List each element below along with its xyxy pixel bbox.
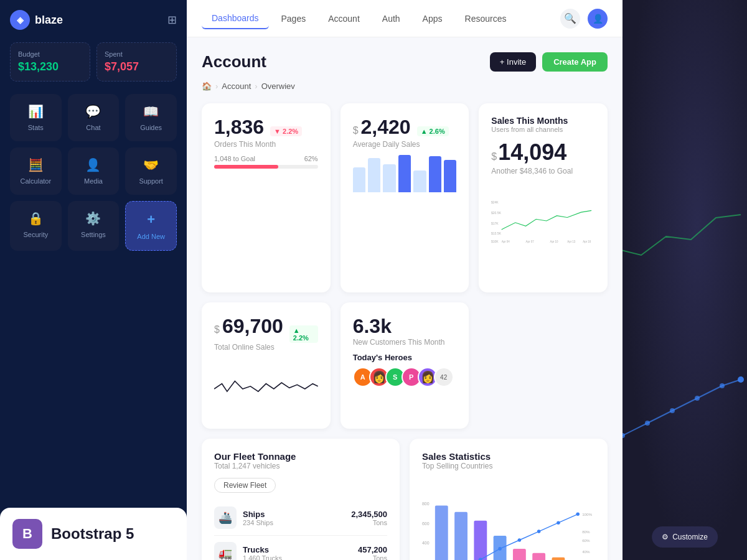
svg-text:60%: 60% [582, 538, 590, 543]
svg-text:600: 600 [422, 521, 430, 526]
ships-sub: 234 Ships [243, 519, 345, 526]
nav-item-guides[interactable]: 📖 Guides [125, 94, 177, 141]
spent-card: Spent $7,057 [96, 42, 177, 82]
guides-icon: 📖 [143, 104, 159, 119]
nav-item-media[interactable]: 👤 Media [68, 147, 120, 195]
svg-text:Apr 13: Apr 13 [568, 240, 576, 243]
calculator-label: Calculator [21, 177, 52, 185]
trucks-icon: 🚛 [214, 542, 237, 560]
customize-button[interactable]: ⚙ Customize [652, 526, 718, 548]
breadcrumb-home[interactable]: 🏠 [202, 82, 212, 91]
topnav-account[interactable]: Account [318, 9, 370, 29]
online-sales-card: $ 69,700 ▲ 2.2% Total Online Sales [202, 302, 331, 429]
svg-point-25 [518, 538, 522, 542]
online-value: 69,700 [222, 315, 283, 338]
topnav: Dashboards Pages Account Auth Apps Resou… [187, 0, 622, 37]
sales-goal: Another $48,346 to Goal [491, 167, 595, 175]
daily-value: 2,420 [361, 116, 411, 139]
svg-point-28 [576, 513, 580, 516]
nav-grid: 📊 Stats 💬 Chat 📖 Guides 🧮 Calculator 👤 M… [10, 94, 177, 251]
nav-item-calculator[interactable]: 🧮 Calculator [10, 147, 62, 195]
create-app-button[interactable]: Create App [542, 52, 608, 72]
breadcrumb: 🏠 › Account › Overwiev [202, 82, 608, 91]
orders-badge: ▼ 2.2% [270, 126, 302, 136]
progress-fill [214, 165, 278, 169]
calculator-icon: 🧮 [28, 157, 44, 172]
bootstrap-text: Bootstrap 5 [51, 525, 134, 543]
invite-button[interactable]: + Invite [490, 52, 536, 72]
nav-item-security[interactable]: 🔒 Security [10, 201, 62, 251]
trucks-unit: Tons [358, 554, 387, 561]
nav-item-chat[interactable]: 💬 Chat [68, 94, 120, 141]
spent-label: Spent [105, 50, 169, 58]
sales-subtitle: Users from all channels [491, 126, 595, 133]
review-fleet-button[interactable]: Review Fleet [214, 478, 276, 493]
ships-amount: 2,345,500 [351, 510, 387, 519]
svg-point-37 [670, 408, 675, 413]
menu-icon[interactable]: ⊞ [167, 13, 177, 27]
svg-text:$10K: $10K [491, 240, 499, 243]
svg-text:800: 800 [422, 502, 430, 506]
nav-item-add-new[interactable]: + Add New [125, 201, 177, 251]
bar-1 [353, 167, 365, 192]
svg-point-39 [720, 383, 725, 388]
trucks-name: Trucks [243, 545, 352, 554]
main-content: Dashboards Pages Account Auth Apps Resou… [187, 0, 622, 560]
add-new-label: Add New [137, 233, 165, 240]
svg-point-40 [738, 376, 744, 383]
bar-3 [383, 164, 395, 192]
svg-text:$24K: $24K [491, 200, 499, 204]
spent-value: $7,057 [105, 60, 169, 73]
nav-item-stats[interactable]: 📊 Stats [10, 94, 62, 141]
svg-rect-20 [552, 558, 565, 560]
chat-icon: 💬 [85, 104, 101, 119]
orders-label: Orders This Month [214, 140, 318, 149]
stats-row-1: 1,836 ▼ 2.2% Orders This Month 1,048 to … [202, 103, 608, 292]
trucks-value: 457,200 Tons [358, 545, 387, 561]
customers-value: 6.3k [353, 315, 392, 337]
bootstrap-badge: B Bootstrap 5 [0, 508, 187, 560]
heroes-more: 42 [434, 367, 454, 387]
svg-text:80%: 80% [582, 530, 590, 534]
svg-point-26 [537, 530, 541, 533]
heroes-title: Today's Heroes [353, 353, 457, 362]
ships-name: Ships [243, 510, 345, 519]
search-button[interactable]: 🔍 [560, 9, 580, 29]
breadcrumb-account[interactable]: Account [222, 82, 251, 91]
svg-text:400: 400 [422, 541, 430, 545]
fleet-subtitle: Total 1,247 vehicles [214, 462, 387, 470]
topnav-apps[interactable]: Apps [413, 9, 453, 29]
logo-text: blaze [35, 14, 63, 27]
content-area: Account + Invite Create App 🏠 › Account … [187, 37, 622, 560]
sales-stats-title: Sales Statistics [422, 451, 595, 462]
orders-value: 1,836 [214, 116, 264, 139]
page-title: Account [202, 52, 266, 72]
topnav-auth[interactable]: Auth [372, 9, 410, 29]
security-label: Security [23, 231, 48, 238]
sales-stats-subtitle: Top Selling Countries [422, 462, 595, 470]
orders-progress: 1,048 to Goal 62% [214, 155, 318, 169]
stats-row-2: $ 69,700 ▲ 2.2% Total Online Sales 6.3k … [202, 302, 608, 429]
sales-chart-svg: $24K $20.5K $17K $13.5K $10K Apr 04 Apr … [491, 180, 595, 261]
sales-stats-card: Sales Statistics Top Selling Countries 8… [410, 439, 608, 560]
bar-4 [398, 155, 411, 192]
stats-icon: 📊 [28, 104, 44, 119]
orders-card: 1,836 ▼ 2.2% Orders This Month 1,048 to … [202, 103, 331, 292]
bar-2 [368, 158, 380, 192]
nav-item-settings[interactable]: ⚙️ Settings [68, 201, 120, 251]
daily-label: Average Daily Sales [353, 140, 457, 149]
topnav-dashboards[interactable]: Dashboards [202, 8, 269, 29]
topnav-resources[interactable]: Resources [455, 9, 517, 29]
nav-item-support[interactable]: 🤝 Support [125, 147, 177, 195]
media-label: Media [84, 177, 103, 185]
progress-pct-label: 62% [304, 155, 318, 162]
user-avatar[interactable]: 👤 [588, 9, 608, 29]
online-label: Total Online Sales [214, 343, 318, 352]
svg-text:$13.5K: $13.5K [491, 231, 502, 235]
svg-text:Apr 16: Apr 16 [583, 240, 592, 243]
budget-label: Budget [18, 50, 82, 58]
topnav-pages[interactable]: Pages [271, 9, 316, 29]
guides-label: Guides [140, 124, 162, 131]
heroes-section: Today's Heroes A 👩 S P 👩 42 [353, 353, 457, 387]
customers-label: New Customers This Month [353, 338, 457, 347]
